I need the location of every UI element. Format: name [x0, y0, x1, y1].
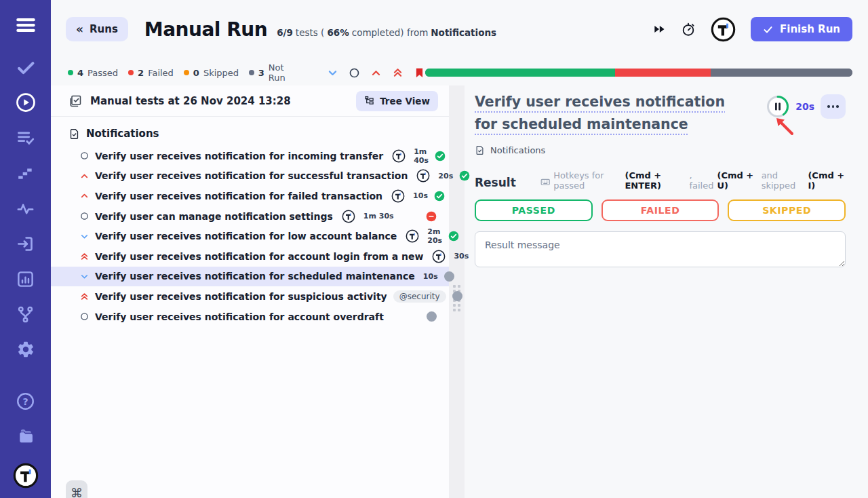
test-status-icon — [426, 211, 437, 222]
test-row[interactable]: Verify user receives notification for fa… — [51, 186, 449, 206]
projects-folder-icon[interactable] — [16, 427, 35, 445]
run-progress-summary: 6/9 tests ( 66% completed) from Notifica… — [277, 27, 496, 38]
test-plans-icon[interactable] — [16, 129, 35, 147]
activity-pulse-icon[interactable] — [16, 199, 35, 217]
stat-skipped: 0Skipped — [184, 68, 239, 78]
test-row[interactable]: Verify user can manage notification sett… — [51, 206, 449, 227]
finish-run-button[interactable]: Finish Run — [751, 17, 852, 41]
suite-name: Notifications — [431, 27, 496, 38]
priority-icon — [79, 151, 89, 160]
timer-stopwatch-icon[interactable] — [681, 22, 696, 37]
runs-icon[interactable] — [16, 94, 36, 111]
testomat-brand-logo[interactable] — [13, 463, 39, 491]
test-title: Verify user receives notification for in… — [95, 151, 383, 161]
tests-percent: 66% — [327, 27, 349, 38]
test-row[interactable]: Verify user receives notification for su… — [51, 286, 449, 307]
test-list: Verify user receives notification for in… — [51, 146, 449, 326]
progress-segment-passed — [425, 69, 615, 77]
skipped-button[interactable]: SKIPPED — [728, 199, 846, 221]
tree-view-icon — [364, 96, 374, 106]
test-title: Verify user receives notification for ac… — [95, 251, 423, 262]
clipboard-check-icon — [68, 94, 82, 108]
test-detail-title[interactable]: Verify user receives notification for sc… — [475, 91, 727, 136]
stat-passed: 4Passed — [68, 68, 118, 78]
result-message-input[interactable] — [475, 231, 846, 267]
test-status-icon — [444, 271, 454, 282]
header: « Runs Manual Run 6/9 tests ( 66% comple… — [51, 0, 868, 58]
test-row[interactable]: Verify user receives notification for su… — [51, 166, 449, 187]
tag-badge: @security — [393, 290, 446, 303]
pause-timer-button[interactable] — [766, 95, 789, 118]
test-status-icon — [452, 291, 462, 301]
progress-segment-failed — [615, 69, 711, 77]
testomat-logo-icon — [342, 210, 355, 223]
priority-icon — [79, 212, 89, 221]
notrun-dot-icon — [249, 70, 254, 75]
back-to-runs-button[interactable]: « Runs — [66, 17, 128, 41]
priority-filters — [327, 66, 425, 79]
test-title: Verify user receives notification for sc… — [95, 271, 415, 282]
hotkeys-command-button[interactable]: ⌘ — [66, 480, 87, 498]
test-list-panel: Manual tests at 26 Nov 2024 13:28 Tree V… — [51, 85, 449, 498]
priority-critical-filter-icon[interactable] — [392, 67, 403, 79]
sidebar: ? — [0, 0, 51, 498]
priority-low-filter-icon[interactable] — [327, 67, 338, 79]
test-title: Verify user receives notification for fa… — [95, 191, 382, 202]
passed-button[interactable]: PASSED — [475, 199, 593, 221]
run-title: Manual tests at 26 Nov 2024 13:28 — [90, 95, 291, 107]
hamburger-menu-icon[interactable] — [16, 15, 36, 35]
test-row[interactable]: Verify user receives notification for in… — [51, 146, 449, 166]
import-icon[interactable] — [16, 235, 35, 252]
run-progress-bar — [425, 69, 852, 77]
priority-icon — [79, 312, 89, 321]
fast-forward-icon[interactable] — [652, 22, 666, 36]
test-status-icon — [435, 151, 446, 161]
run-title-bar: Manual tests at 26 Nov 2024 13:28 Tree V… — [51, 85, 449, 117]
test-row[interactable]: Verify user receives notification for ac… — [51, 246, 449, 267]
branches-icon[interactable] — [16, 305, 35, 323]
result-heading: Result — [475, 176, 516, 189]
test-title: Verify user can manage notification sett… — [95, 211, 333, 222]
stat-notrun: 3Not Run — [249, 62, 302, 83]
svg-text:?: ? — [22, 396, 28, 406]
test-status-icon — [427, 311, 437, 322]
test-duration: 10s — [413, 191, 428, 200]
hotkeys-hint: Hotkeys for passed (Cmd + ENTER) , faile… — [540, 170, 846, 191]
test-duration: 1m 30s — [363, 212, 394, 221]
tree-view-button[interactable]: Tree View — [356, 91, 438, 111]
testomat-logo-icon — [416, 169, 430, 183]
test-row[interactable]: Verify user receives notification for lo… — [51, 226, 449, 246]
test-duration: 10s — [423, 272, 438, 281]
suite-header[interactable]: Notifications — [51, 117, 449, 146]
tests-fraction: 6/9 — [277, 27, 293, 38]
testomat-account-logo[interactable] — [711, 17, 736, 42]
testomat-logo-icon — [392, 149, 406, 163]
detail-breadcrumb[interactable]: Notifications — [475, 145, 846, 155]
page-title: Manual Run — [144, 18, 267, 41]
passed-dot-icon — [68, 70, 73, 75]
test-row[interactable]: Verify user receives notification for sc… — [51, 267, 449, 287]
test-row[interactable]: Verify user receives notification for ac… — [51, 307, 449, 327]
priority-icon — [79, 252, 89, 261]
skipped-dot-icon — [184, 70, 189, 75]
help-icon[interactable]: ? — [16, 392, 35, 410]
suite-file-icon — [475, 145, 485, 155]
tests-icon[interactable] — [16, 58, 35, 76]
progress-segment-notrun — [711, 69, 852, 77]
more-options-button[interactable] — [821, 94, 846, 119]
ellipsis-icon — [827, 105, 830, 108]
settings-gear-icon[interactable] — [16, 341, 35, 358]
failed-button[interactable]: FAILED — [601, 199, 719, 221]
bookmark-filter-icon[interactable] — [414, 66, 425, 79]
priority-high-filter-icon[interactable] — [370, 67, 382, 79]
testomat-logo-icon — [406, 229, 419, 243]
steps-icon[interactable] — [17, 164, 35, 182]
test-title: Verify user receives notification for ac… — [95, 311, 384, 322]
testomat-logo-icon — [432, 250, 446, 263]
elapsed-time: 20s — [795, 101, 814, 112]
test-title: Verify user receives notification for su… — [95, 291, 387, 302]
reports-icon[interactable] — [16, 270, 35, 288]
priority-normal-filter-icon[interactable] — [349, 67, 360, 79]
test-status-icon — [434, 191, 445, 202]
priority-icon — [79, 272, 89, 281]
